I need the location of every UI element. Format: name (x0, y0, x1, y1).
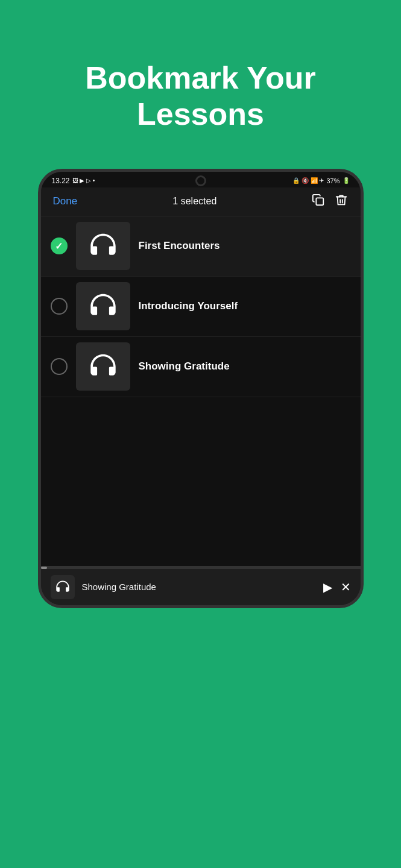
mini-player: Showing Gratitude ▶ ✕ (41, 566, 361, 605)
lesson-list: ✓ First Encounters Introducing Yoursel (41, 216, 361, 566)
time-display: 13.22 (52, 177, 70, 185)
copy-icon[interactable] (312, 193, 325, 210)
lesson-thumbnail-2 (76, 282, 130, 330)
play-button[interactable]: ▶ (323, 580, 332, 594)
status-right: 🔒 🔇 📶 ✈ 37% 🔋 (292, 177, 349, 184)
status-icons: 🖼 ▶ ▷ • (72, 177, 95, 184)
list-item[interactable]: Introducing Yourself (41, 277, 361, 337)
status-bar: 13.22 🖼 ▶ ▷ • 🔒 🔇 📶 ✈ 37% 🔋 (41, 172, 361, 187)
checkbox-item-2[interactable] (51, 298, 68, 315)
mini-player-controls: ▶ ✕ (323, 580, 351, 594)
lesson-thumbnail-1 (76, 222, 130, 270)
mini-player-content: Showing Gratitude ▶ ✕ (41, 569, 361, 605)
phone-frame: 13.22 🖼 ▶ ▷ • 🔒 🔇 📶 ✈ 37% 🔋 Done 1 selec… (38, 169, 364, 608)
list-item[interactable]: Showing Gratitude (41, 337, 361, 397)
list-item[interactable]: ✓ First Encounters (41, 216, 361, 277)
checkbox-item-1[interactable]: ✓ (51, 237, 68, 254)
lesson-thumbnail-3 (76, 342, 130, 391)
toolbar-icons (312, 193, 348, 210)
camera-notch (195, 175, 206, 186)
battery-percent: 37% (326, 177, 339, 184)
battery-icon: 🔒 🔇 📶 ✈ (292, 177, 324, 184)
delete-icon[interactable] (335, 193, 348, 210)
page-title: Bookmark Your Lessons (0, 60, 401, 133)
status-left: 13.22 🖼 ▶ ▷ • (52, 177, 95, 185)
progress-bar (41, 567, 361, 569)
done-button[interactable]: Done (53, 195, 78, 207)
checkmark-icon: ✓ (55, 241, 63, 252)
page-background: Bookmark Your Lessons 13.22 🖼 ▶ ▷ • 🔒 🔇 … (0, 0, 401, 868)
toolbar: Done 1 selected (41, 187, 361, 216)
lesson-title-1: First Encounters (139, 240, 351, 252)
mini-thumbnail (51, 575, 75, 599)
svg-rect-0 (317, 198, 324, 205)
progress-fill (41, 567, 47, 569)
lesson-title-2: Introducing Yourself (139, 300, 351, 312)
lesson-title-3: Showing Gratitude (139, 360, 351, 373)
checkbox-item-3[interactable] (51, 358, 68, 375)
close-button[interactable]: ✕ (341, 580, 351, 594)
selected-count: 1 selected (172, 196, 216, 207)
battery-bar: 🔋 (343, 177, 350, 184)
mini-player-title: Showing Gratitude (82, 582, 316, 592)
empty-content-area (41, 397, 361, 566)
